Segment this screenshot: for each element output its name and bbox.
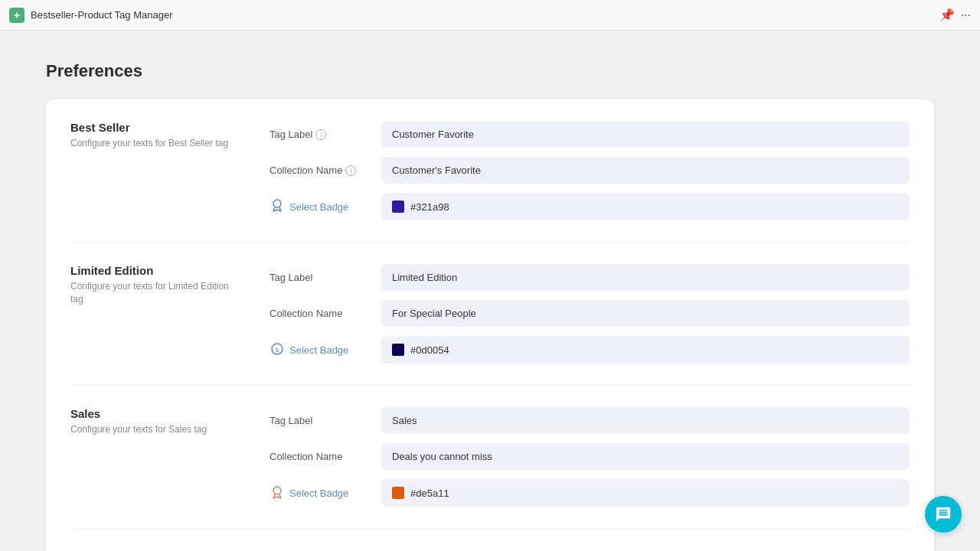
pin-icon[interactable]: 📌	[939, 8, 955, 22]
color-swatch-sales	[392, 487, 404, 499]
chat-icon	[935, 506, 952, 523]
app-title: Bestseller-Product Tag Manager	[31, 9, 172, 21]
svg-point-4	[273, 487, 281, 494]
collection-name-row-best-seller: Collection Name i	[270, 157, 910, 184]
section-info-limited-edition: Limited Edition Configure your texts for…	[70, 264, 239, 364]
badge-icon-sales	[270, 484, 285, 502]
select-badge-button-sales[interactable]: Select Badge	[270, 484, 369, 502]
badge-row-limited-edition: $ Select Badge #0d0054	[270, 336, 910, 364]
section-desc-sales: Configure your texts for Sales tag	[70, 423, 239, 436]
badge-icon-best-seller	[270, 197, 285, 217]
svg-point-1	[273, 200, 281, 207]
preferences-card: Best Seller Configure your texts for Bes…	[46, 99, 934, 551]
section-title-best-seller: Best Seller	[70, 121, 239, 134]
tag-label-row-limited-edition: Tag Label	[270, 264, 910, 291]
section-sales: Sales Configure your texts for Sales tag…	[70, 407, 910, 529]
collection-name-info-icon-best-seller[interactable]: i	[345, 165, 356, 176]
color-display-best-seller: #321a98	[381, 193, 910, 220]
color-swatch-limited-edition	[392, 344, 404, 356]
tag-label-row-sales: Tag Label	[270, 407, 910, 434]
topbar: Bestseller-Product Tag Manager 📌 ···	[0, 0, 980, 31]
tag-label-label-best-seller: Tag Label i	[270, 129, 369, 140]
section-fields-sales: Tag Label Collection Name	[270, 407, 910, 507]
collection-name-label-sales: Collection Name	[270, 451, 369, 462]
collection-name-input-limited-edition[interactable]	[381, 300, 910, 327]
tag-label-input-limited-edition[interactable]	[381, 264, 910, 291]
color-swatch-best-seller	[392, 201, 404, 213]
collection-name-label-best-seller: Collection Name i	[270, 165, 369, 176]
svg-text:$: $	[276, 347, 279, 354]
section-limited-edition: Limited Edition Configure your texts for…	[70, 264, 910, 386]
tag-label-input-sales[interactable]	[381, 407, 910, 434]
section-title-sales: Sales	[70, 407, 239, 420]
tag-label-label-sales: Tag Label	[270, 415, 369, 426]
page-title: Preferences	[46, 61, 934, 81]
topbar-left: Bestseller-Product Tag Manager	[9, 8, 172, 23]
app-icon	[9, 8, 24, 23]
section-fields-best-seller: Tag Label i Collection Name i	[270, 121, 910, 220]
collection-name-input-sales[interactable]	[381, 443, 910, 470]
select-badge-button-best-seller[interactable]: Select Badge	[270, 197, 369, 217]
collection-name-row-sales: Collection Name	[270, 443, 910, 470]
badge-row-best-seller: Select Badge #321a98	[270, 193, 910, 220]
chat-button[interactable]	[925, 496, 962, 533]
section-info-sales: Sales Configure your texts for Sales tag	[70, 407, 239, 507]
collection-name-label-limited-edition: Collection Name	[270, 308, 369, 319]
collection-name-input-best-seller[interactable]	[381, 157, 910, 184]
topbar-right: 📌 ···	[939, 8, 971, 22]
section-desc-best-seller: Configure your texts for Best Seller tag	[70, 137, 239, 150]
color-display-sales: #de5a11	[381, 479, 910, 507]
section-desc-limited-edition: Configure your texts for Limited Edition…	[70, 280, 239, 306]
tag-label-row-best-seller: Tag Label i	[270, 121, 910, 148]
section-fields-limited-edition: Tag Label Collection Name	[270, 264, 910, 364]
section-best-seller: Best Seller Configure your texts for Bes…	[70, 121, 910, 243]
tag-label-input-best-seller[interactable]	[381, 121, 910, 148]
color-display-limited-edition: #0d0054	[381, 336, 910, 364]
tag-label-label-limited-edition: Tag Label	[270, 272, 369, 283]
tag-label-info-icon-best-seller[interactable]: i	[315, 129, 326, 140]
main-content: Preferences Best Seller Configure your t…	[0, 31, 980, 551]
more-icon[interactable]: ···	[961, 8, 971, 22]
badge-icon-limited-edition: $	[270, 341, 285, 359]
badge-row-sales: Select Badge #de5a11	[270, 479, 910, 507]
select-badge-button-limited-edition[interactable]: $ Select Badge	[270, 341, 369, 359]
collection-name-row-limited-edition: Collection Name	[270, 300, 910, 327]
section-title-limited-edition: Limited Edition	[70, 264, 239, 277]
section-info-best-seller: Best Seller Configure your texts for Bes…	[70, 121, 239, 220]
